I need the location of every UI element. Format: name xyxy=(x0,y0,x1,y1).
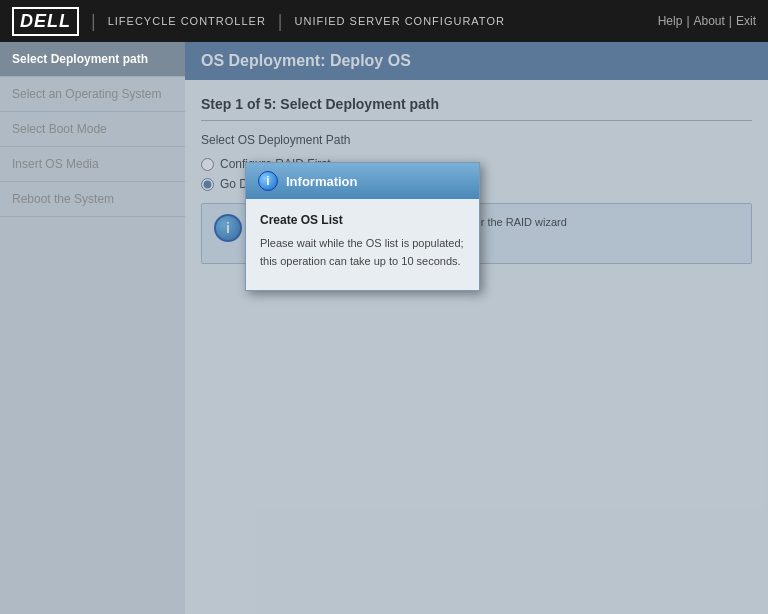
main-container: Select Deployment path Select an Operati… xyxy=(0,42,768,614)
modal-dialog: i Information Create OS List Please wait… xyxy=(245,162,480,291)
sidebar-item-deployment-path[interactable]: Select Deployment path xyxy=(0,42,185,77)
sidebar-item-insert-media: Insert OS Media xyxy=(0,147,185,182)
header-divider2: | xyxy=(278,11,283,32)
content-area: OS Deployment: Deploy OS Step 1 of 5: Se… xyxy=(185,42,768,614)
header-sep1: | xyxy=(686,14,689,28)
sidebar-item-reboot: Reboot the System xyxy=(0,182,185,217)
modal-title: Information xyxy=(286,174,358,189)
header-sep2: | xyxy=(729,14,732,28)
dell-logo: DELL xyxy=(12,7,79,36)
modal-text: Please wait while the OS list is populat… xyxy=(260,235,465,270)
modal-header: i Information xyxy=(246,163,479,199)
about-link[interactable]: About xyxy=(694,14,725,28)
header-right: Help | About | Exit xyxy=(658,14,756,28)
sidebar: Select Deployment path Select an Operati… xyxy=(0,42,185,614)
help-link[interactable]: Help xyxy=(658,14,683,28)
app-title-configurator: UNIFIED SERVER CONFIGURATOR xyxy=(295,15,505,27)
sidebar-item-os: Select an Operating System xyxy=(0,77,185,112)
modal-overlay: i Information Create OS List Please wait… xyxy=(185,42,768,614)
header-divider1: | xyxy=(91,11,96,32)
header-left: DELL | LIFECYCLE CONTROLLER | UNIFIED SE… xyxy=(12,7,505,36)
exit-link[interactable]: Exit xyxy=(736,14,756,28)
header: DELL | LIFECYCLE CONTROLLER | UNIFIED SE… xyxy=(0,0,768,42)
sidebar-item-boot-mode: Select Boot Mode xyxy=(0,112,185,147)
modal-info-icon: i xyxy=(258,171,278,191)
modal-body: Create OS List Please wait while the OS … xyxy=(246,199,479,290)
modal-subtitle: Create OS List xyxy=(260,213,465,227)
app-title-lifecycle: LIFECYCLE CONTROLLER xyxy=(108,15,266,27)
